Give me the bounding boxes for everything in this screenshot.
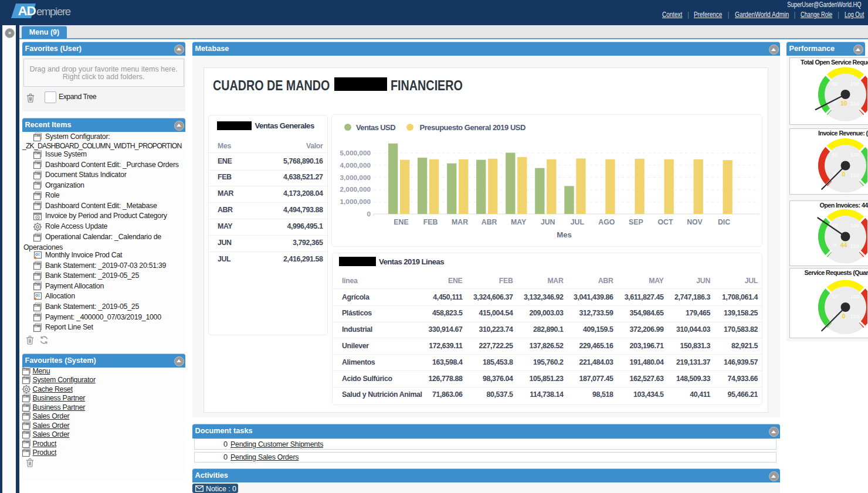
svg-text:100: 100 — [850, 222, 860, 229]
svg-text:1,000,000: 1,000,000 — [340, 198, 371, 206]
svg-text:150: 150 — [850, 313, 860, 319]
svg-text:150: 150 — [850, 172, 860, 178]
svg-text:0: 0 — [367, 210, 371, 218]
svg-text:JUL: JUL — [571, 218, 585, 226]
svg-text:MAY: MAY — [511, 218, 526, 226]
svg-text:4,000,000: 4,000,000 — [340, 161, 371, 169]
svg-text:44: 44 — [840, 242, 847, 249]
svg-text:100: 100 — [850, 80, 860, 87]
svg-text:ABR: ABR — [482, 218, 497, 226]
svg-text:NOV: NOV — [687, 218, 703, 226]
svg-text:100: 100 — [850, 151, 860, 158]
svg-text:Mes: Mes — [557, 230, 572, 238]
svg-text:0: 0 — [842, 312, 846, 319]
svg-text:0: 0 — [842, 171, 846, 178]
svg-text:0: 0 — [833, 241, 836, 247]
svg-text:150: 150 — [850, 100, 860, 107]
svg-text:AGO: AGO — [598, 218, 615, 226]
svg-text:50: 50 — [832, 151, 838, 158]
svg-text:DIC: DIC — [718, 218, 730, 226]
svg-text:10: 10 — [840, 100, 847, 107]
svg-text:5,000,000: 5,000,000 — [340, 149, 371, 157]
svg-text:ENE: ENE — [394, 218, 408, 226]
svg-text:MAR: MAR — [452, 218, 468, 226]
svg-text:2,000,000: 2,000,000 — [340, 185, 371, 193]
svg-text:50: 50 — [832, 293, 838, 300]
svg-text:FEB: FEB — [423, 218, 438, 226]
svg-text:3,000,000: 3,000,000 — [340, 174, 371, 182]
svg-text:150: 150 — [850, 242, 860, 249]
svg-text:OCT: OCT — [658, 218, 673, 226]
svg-text:100: 100 — [850, 293, 860, 300]
svg-text:50: 50 — [832, 80, 838, 87]
svg-text:JUN: JUN — [541, 218, 555, 226]
svg-text:SEP: SEP — [629, 218, 643, 226]
